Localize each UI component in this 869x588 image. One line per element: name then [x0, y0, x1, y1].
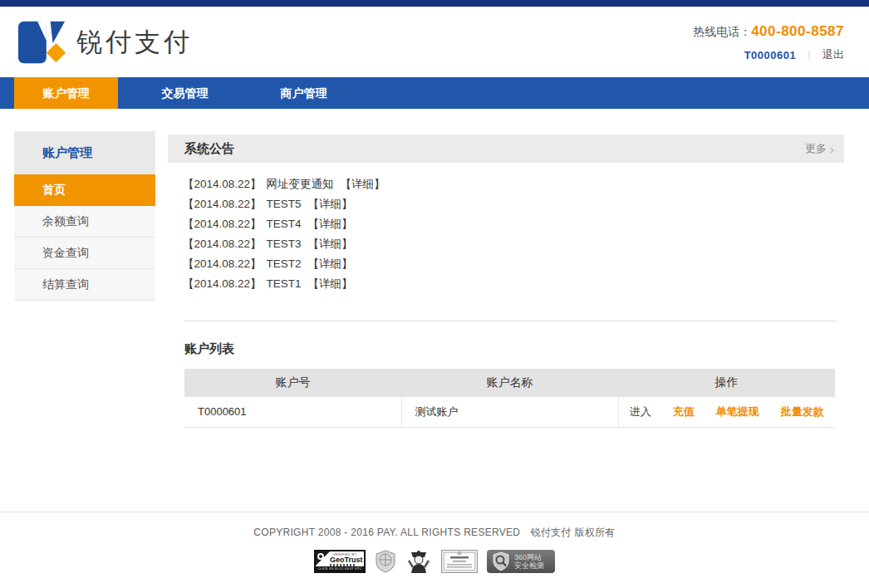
- sidebar: 账户管理 首页 余额查询 资金查询 结算查询: [14, 131, 155, 428]
- page-header: 锐付支付 热线电话：400-800-8587 T0000601 ｜ 退出: [0, 7, 869, 77]
- geotrust-badge[interactable]: VERIFIED BY GeoTrust CLICK 09.10.12 03:0…: [314, 550, 366, 573]
- header-right: 热线电话：400-800-8587 T0000601 ｜ 退出: [693, 22, 844, 62]
- announcement-detail-link[interactable]: 【详细】: [341, 178, 385, 190]
- logo-mark-icon: [17, 19, 66, 66]
- logo: 锐付支付: [17, 19, 193, 66]
- announcement-date: 【2014.08.22】: [183, 238, 262, 250]
- mascot-badge[interactable]: [405, 549, 432, 574]
- brand-name: 锐付支付: [76, 25, 193, 60]
- announcement-list: 【2014.08.22】网址变更通知【详细】 【2014.08.22】TEST5…: [168, 174, 844, 294]
- main-panel: 系统公告 更多 › 【2014.08.22】网址变更通知【详细】 【2014.0…: [168, 135, 844, 428]
- announcement-item: 【2014.08.22】TEST3【详细】: [183, 234, 844, 254]
- section-divider: [184, 321, 836, 321]
- certification-badges: VERIFIED BY GeoTrust CLICK 09.10.12 03:0…: [0, 549, 869, 574]
- sidebar-item-home[interactable]: 首页: [14, 174, 155, 206]
- announcement-detail-link[interactable]: 【详细】: [308, 218, 353, 230]
- announcement-detail-link[interactable]: 【详细】: [308, 257, 353, 270]
- sidebar-title: 账户管理: [14, 131, 155, 174]
- sidebar-item-funds-query[interactable]: 资金查询: [14, 238, 155, 269]
- single-withdraw-link[interactable]: 单笔提现: [716, 404, 759, 419]
- announcement-date: 【2014.08.22】: [183, 218, 262, 230]
- hotline-number: 400-800-8587: [751, 23, 844, 39]
- announcement-item: 【2014.08.22】TEST2【详细】: [183, 254, 844, 274]
- column-account-name: 账户名称: [401, 369, 618, 397]
- batch-payment-link[interactable]: 批量发款: [781, 404, 824, 419]
- announcements-header: 系统公告 更多 ›: [168, 135, 844, 163]
- announcement-title[interactable]: TEST1: [267, 277, 302, 290]
- geotrust-logo-icon: [317, 553, 324, 560]
- announcement-date: 【2014.08.22】: [183, 178, 262, 190]
- user-line: T0000601 ｜ 退出: [693, 47, 844, 62]
- certificate-badge[interactable]: [441, 550, 478, 573]
- announcement-date: 【2014.08.22】: [183, 198, 262, 210]
- announcement-title[interactable]: TEST2: [267, 257, 302, 270]
- recharge-link[interactable]: 充值: [673, 404, 695, 419]
- announcement-item: 【2014.08.22】TEST4【详细】: [183, 214, 844, 234]
- badge-360-security[interactable]: 360网站 安全检测: [487, 550, 555, 573]
- announcements-title: 系统公告: [184, 141, 234, 157]
- copyright-text: COPYRIGHT 2008 - 2016 PAY. ALL RIGHTS RE…: [0, 526, 869, 540]
- sidebar-item-settlement-query[interactable]: 结算查询: [14, 269, 155, 301]
- geotrust-click-line: CLICK 09.10.12 03:07 UTC: [316, 566, 364, 571]
- user-id: T0000601: [744, 49, 797, 61]
- enter-link[interactable]: 进入: [630, 404, 651, 419]
- chevron-right-icon: ›: [830, 143, 834, 155]
- nav-tab-account-management[interactable]: 账户管理: [14, 77, 118, 109]
- announcement-title[interactable]: TEST5: [267, 198, 302, 210]
- main-navbar: 账户管理 交易管理 商户管理: [0, 77, 869, 109]
- announcement-item: 【2014.08.22】TEST1【详细】: [183, 274, 844, 294]
- table-header-row: 账户号 账户名称 操作: [184, 369, 835, 397]
- announcement-item: 【2014.08.22】网址变更通知【详细】: [183, 174, 844, 194]
- account-list-title: 账户列表: [184, 341, 844, 357]
- nav-tab-merchant-management[interactable]: 商户管理: [252, 77, 356, 109]
- announcement-date: 【2014.08.22】: [183, 277, 262, 290]
- announcement-title[interactable]: TEST4: [267, 218, 302, 230]
- column-account-no: 账户号: [184, 369, 401, 397]
- more-link[interactable]: 更多 ›: [805, 141, 834, 156]
- column-actions: 操作: [618, 369, 835, 397]
- hotline: 热线电话：400-800-8587: [693, 23, 844, 40]
- separator: ｜: [804, 48, 814, 62]
- page-footer: COPYRIGHT 2008 - 2016 PAY. ALL RIGHTS RE…: [0, 512, 869, 574]
- logout-button[interactable]: 退出: [822, 47, 844, 62]
- row-actions: 进入 充值 单笔提现 批量发款: [619, 404, 836, 419]
- sidebar-item-balance-query[interactable]: 余额查询: [14, 206, 155, 238]
- announcement-detail-link[interactable]: 【详细】: [308, 277, 353, 290]
- more-label: 更多: [805, 141, 827, 156]
- announcement-item: 【2014.08.22】TEST5【详细】: [183, 194, 844, 214]
- announcement-date: 【2014.08.22】: [183, 257, 262, 270]
- table-row: T0000601 测试账户 进入 充值 单笔提现 批量发款: [184, 397, 835, 427]
- announcement-title[interactable]: 网址变更通知: [267, 178, 334, 190]
- shield-magnifier-icon: [492, 551, 510, 571]
- account-table: 账户号 账户名称 操作 T0000601 测试账户 进入 充值 单笔提现 批量发…: [184, 369, 835, 428]
- seal-badge[interactable]: [375, 550, 396, 573]
- announcement-detail-link[interactable]: 【详细】: [308, 238, 353, 250]
- cell-actions: 进入 充值 单笔提现 批量发款: [618, 397, 835, 427]
- hotline-label: 热线电话：: [693, 25, 751, 38]
- geotrust-name: GeoTrust: [330, 556, 363, 564]
- top-accent-strip: [0, 0, 869, 7]
- announcement-title[interactable]: TEST3: [267, 238, 302, 250]
- announcement-detail-link[interactable]: 【详细】: [308, 198, 353, 210]
- badge-360-text: 360网站 安全检测: [514, 553, 544, 570]
- cell-account-name: 测试账户: [401, 397, 618, 427]
- cell-account-no: T0000601: [184, 397, 401, 427]
- nav-tab-transaction-management[interactable]: 交易管理: [133, 77, 237, 109]
- content-area: 账户管理 首页 余额查询 资金查询 结算查询 系统公告 更多 › 【2014.0…: [0, 109, 869, 428]
